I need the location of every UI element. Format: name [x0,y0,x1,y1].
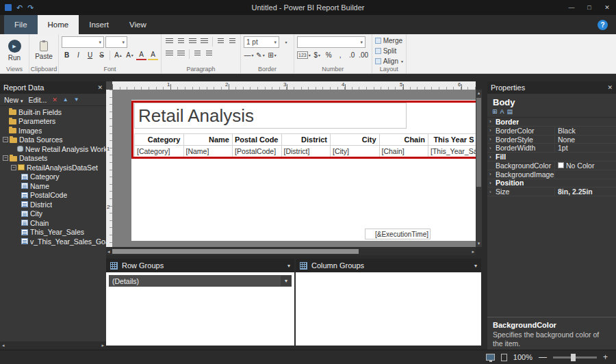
delete-icon[interactable]: ✕ [52,96,57,103]
design-surface[interactable]: Retail Analysis Category Name Postal Cod… [112,90,476,247]
table-data-cell[interactable]: [This_Year_Sa [428,146,476,157]
title-textbox[interactable]: Retail Analysis [134,103,407,129]
font-family-select[interactable]: ▾ [62,36,104,48]
close-button[interactable]: ✕ [598,0,616,15]
design-horizontal-scrollbar[interactable]: ◂ ▸ [106,248,476,255]
underline-button[interactable]: U [85,50,95,60]
tree-item-data-source[interactable]: New Retail Analysis Workspa [0,144,106,154]
tree-item-field-chain[interactable]: Chain [0,218,106,228]
bullet-list-icon[interactable] [164,49,175,59]
property-row-size[interactable]: ›Size8in, 2.25in [487,187,616,196]
property-row-backgroundcolor[interactable]: BackgroundColorNo Color [487,161,616,170]
zoom-out-icon[interactable]: — [539,352,547,362]
table-data-cell[interactable]: [Name] [184,146,233,157]
chevron-down-icon[interactable]: ▾ [474,263,477,269]
expand-icon[interactable]: › [489,136,496,142]
expand-icon[interactable]: › [489,189,496,195]
table-data-cell[interactable]: [PostalCode] [233,146,282,157]
close-panel-icon[interactable]: ✕ [607,84,613,91]
expand-icon[interactable]: › [489,171,496,177]
percent-button[interactable]: % [324,50,334,60]
scroll-left-icon[interactable]: ◂ [2,343,5,348]
property-category-position[interactable]: ›Position [487,179,616,188]
collapse-icon[interactable] [3,137,8,142]
merge-button[interactable]: Merge [375,36,403,44]
collapse-icon[interactable] [11,165,16,170]
close-panel-icon[interactable]: ✕ [97,84,103,91]
align-left-icon[interactable] [164,36,175,47]
chevron-down-icon[interactable]: ▾ [287,263,290,269]
property-row-bordercolor[interactable]: ›BorderColorBlack [487,127,616,135]
scroll-left-icon[interactable]: ◂ [107,249,110,255]
tree-item-field-sales-goal[interactable]: v_This_Year_Sales_Goal [0,237,106,246]
design-vertical-scrollbar[interactable]: ▴ ▾ [476,90,482,247]
expand-icon[interactable]: › [489,154,496,160]
comma-button[interactable]: , [335,50,346,60]
table-header-cell[interactable]: Name [184,134,233,146]
paste-button[interactable]: Paste [32,36,55,65]
table-header-cell[interactable]: Chain [380,134,429,146]
undo-icon[interactable]: ↶ [16,4,23,12]
bold-button[interactable]: B [62,50,72,60]
shrink-font-button[interactable]: A▾ [125,50,135,60]
tree-item-field-district[interactable]: District [0,200,106,209]
table-data-cell[interactable]: [City] [331,146,380,157]
tab-insert[interactable]: Insert [79,15,119,34]
run-button[interactable]: ▶ Run [3,36,26,65]
scroll-right-icon[interactable]: ▸ [101,343,104,348]
border-line-style-button[interactable]: —▾ [244,50,254,60]
property-category-fill[interactable]: ›Fill [487,153,616,161]
move-up-icon[interactable]: ▲ [63,96,68,103]
scroll-down-icon[interactable]: ▾ [478,240,480,247]
tree-item-dataset[interactable]: RetailAnalysisDataSet [0,163,106,172]
tree-item-datasets[interactable]: Datasets [0,154,106,164]
edit-button[interactable]: Edit... [28,96,47,104]
help-icon[interactable]: ? [598,20,608,30]
grow-font-button[interactable]: A▴ [113,50,123,60]
scroll-up-icon[interactable]: ▴ [478,90,480,96]
line-spacing-icon[interactable] [192,49,203,59]
table-data-cell[interactable]: [District] [282,146,331,157]
numbered-list-icon[interactable] [176,49,186,59]
table-data-cell[interactable]: [Chain] [380,146,429,157]
table-header-cell[interactable]: Postal Code [233,134,282,146]
tree-item-field-city[interactable]: City [0,209,106,219]
tree-item-field-name[interactable]: Name [0,181,106,191]
new-button[interactable]: New ▾ [4,96,23,104]
table-data-cell[interactable]: [Category] [135,146,184,157]
print-layout-icon[interactable] [501,354,507,361]
align-justify-icon[interactable] [199,36,209,47]
hscroll-thumb[interactable] [112,249,359,254]
tree-item-images[interactable]: Images [0,126,106,135]
tree-item-built-in-fields[interactable]: Built-in Fields [0,107,106,117]
table-header-cell[interactable]: Category [135,134,184,146]
tab-home[interactable]: Home [38,15,79,34]
save-icon[interactable] [5,4,12,11]
align-center-icon[interactable] [176,36,186,47]
expand-icon[interactable]: › [489,127,496,133]
chevron-down-icon[interactable]: ▾ [281,276,292,286]
property-pages-icon[interactable]: ▤ [507,109,513,115]
alphabetical-icon[interactable]: A [500,109,504,115]
minimize-button[interactable]: — [563,0,580,15]
report-canvas[interactable]: Retail Analysis Category Name Postal Cod… [131,100,476,241]
italic-button[interactable]: I [73,50,84,60]
property-row-backgroundimage[interactable]: ›BackgroundImage [487,170,616,179]
align-right-icon[interactable] [188,36,198,47]
zoom-slider[interactable] [553,356,597,359]
align-button[interactable]: Align▾ [375,57,403,65]
text-direction-icon[interactable] [204,49,214,59]
split-button[interactable]: Split [375,47,403,55]
expand-icon[interactable]: › [489,180,496,186]
report-data-hscrollbar[interactable]: ◂ ▸ [0,341,106,350]
border-width-select[interactable]: 1 pt▾ [244,36,279,48]
increase-decimals-button[interactable]: .0 [347,50,357,60]
highlight-color-button[interactable]: A [148,50,158,60]
font-size-select[interactable]: ▾ [105,36,127,48]
move-down-icon[interactable]: ▼ [74,96,79,103]
strikethrough-button[interactable]: S [97,50,107,60]
table-header-cell[interactable]: This Year S [428,134,476,146]
tree-item-field-category[interactable]: Category [0,172,106,182]
redo-icon[interactable]: ↷ [27,4,34,12]
property-category-border[interactable]: ›Border [487,118,616,127]
